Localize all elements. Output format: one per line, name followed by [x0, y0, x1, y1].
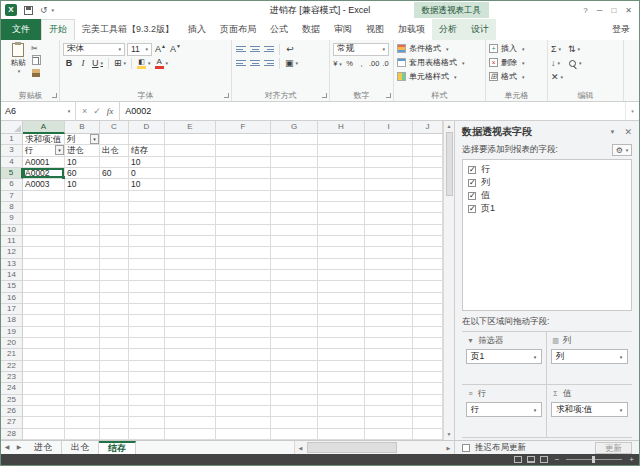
- zoom-slider[interactable]: [566, 459, 622, 460]
- cell-J7[interactable]: [413, 191, 443, 202]
- cell-dropdown-icon[interactable]: ▾: [55, 145, 64, 155]
- cell-B19[interactable]: [65, 327, 100, 338]
- cell-B16[interactable]: [65, 293, 100, 304]
- cell-G19[interactable]: [271, 327, 318, 338]
- cell-F13[interactable]: [216, 259, 271, 270]
- cell-F1[interactable]: [216, 134, 271, 145]
- cell-H8[interactable]: [318, 202, 365, 213]
- cell-I26[interactable]: [365, 406, 413, 417]
- cell-E1[interactable]: [165, 134, 216, 145]
- vertical-scroll-thumb[interactable]: [446, 132, 453, 196]
- cell-G10[interactable]: [271, 225, 318, 236]
- conditional-formatting-button[interactable]: 条件格式▾: [397, 42, 482, 55]
- cell-F17[interactable]: [216, 304, 271, 315]
- clear-button[interactable]: ✕▾: [551, 71, 563, 83]
- cell-I10[interactable]: [365, 225, 413, 236]
- field-checkbox-页1[interactable]: ✓: [468, 205, 476, 213]
- cell-G21[interactable]: [271, 349, 318, 360]
- cell-D5[interactable]: 0: [129, 168, 165, 179]
- sheet-tab-出仓[interactable]: 出仓: [62, 441, 99, 454]
- cell-I19[interactable]: [365, 327, 413, 338]
- cell-G8[interactable]: [271, 202, 318, 213]
- cell-I20[interactable]: [365, 338, 413, 349]
- cell-J23[interactable]: [413, 372, 443, 383]
- cell-G18[interactable]: [271, 315, 318, 326]
- row-header-21[interactable]: 21: [1, 349, 23, 360]
- cell-F19[interactable]: [216, 327, 271, 338]
- cell-C12[interactable]: [100, 247, 129, 258]
- row-header-5[interactable]: 5: [1, 168, 23, 179]
- cell-F24[interactable]: [216, 383, 271, 394]
- number-format-select[interactable]: 常规▾: [333, 43, 389, 56]
- cell-F10[interactable]: [216, 225, 271, 236]
- cell-F16[interactable]: [216, 293, 271, 304]
- align-left-icon[interactable]: [235, 58, 247, 68]
- ribbon-tab-页面布局[interactable]: 页面布局: [213, 19, 263, 40]
- name-box-dropdown-icon[interactable]: ▾: [63, 102, 76, 120]
- ribbon-tab-数据[interactable]: 数据: [295, 19, 327, 40]
- cell-D13[interactable]: [129, 259, 165, 270]
- cell-E21[interactable]: [165, 349, 216, 360]
- cell-C16[interactable]: [100, 293, 129, 304]
- delete-cells-button[interactable]: ×删除▾: [489, 56, 544, 69]
- cell-C9[interactable]: [100, 213, 129, 224]
- cell-D23[interactable]: [129, 372, 165, 383]
- field-checkbox-列[interactable]: ✓: [468, 179, 476, 187]
- zoom-out-icon[interactable]: −: [555, 455, 560, 465]
- font-size-select[interactable]: 11▾: [127, 43, 152, 56]
- cell-J1[interactable]: [413, 134, 443, 145]
- cell-I18[interactable]: [365, 315, 413, 326]
- cell-H27[interactable]: [318, 417, 365, 428]
- cut-icon[interactable]: ✂: [31, 44, 40, 53]
- horizontal-scroll-thumb[interactable]: [307, 442, 397, 453]
- cell-A26[interactable]: [23, 406, 65, 417]
- cell-E24[interactable]: [165, 383, 216, 394]
- cell-A25[interactable]: [23, 395, 65, 406]
- ribbon-tab-文件[interactable]: 文件: [1, 19, 41, 40]
- cell-I5[interactable]: [365, 168, 413, 179]
- cell-E22[interactable]: [165, 361, 216, 372]
- update-button[interactable]: 更新: [595, 442, 632, 454]
- cell-B26[interactable]: [65, 406, 100, 417]
- cell-H19[interactable]: [318, 327, 365, 338]
- row-header-23[interactable]: 23: [1, 372, 23, 383]
- values-field-pill[interactable]: 求和项:值▾: [551, 402, 628, 417]
- cell-G26[interactable]: [271, 406, 318, 417]
- cell-A10[interactable]: [23, 225, 65, 236]
- row-header-20[interactable]: 20: [1, 338, 23, 349]
- cell-G3[interactable]: [271, 145, 318, 156]
- cell-A5[interactable]: A0002: [23, 168, 65, 179]
- close-icon[interactable]: ✕: [625, 6, 632, 15]
- row-header-19[interactable]: 19: [1, 327, 23, 338]
- format-painter-icon[interactable]: [31, 68, 40, 77]
- cell-G17[interactable]: [271, 304, 318, 315]
- row-header-27[interactable]: 27: [1, 417, 23, 428]
- cell-C10[interactable]: [100, 225, 129, 236]
- cell-J25[interactable]: [413, 395, 443, 406]
- cell-D1[interactable]: [129, 134, 165, 145]
- ribbon-tab-插入[interactable]: 插入: [181, 19, 213, 40]
- cell-J8[interactable]: [413, 202, 443, 213]
- cell-A24[interactable]: [23, 383, 65, 394]
- cell-I3[interactable]: [365, 145, 413, 156]
- zoom-slider-thumb[interactable]: [592, 456, 595, 463]
- format-cells-button[interactable]: ⊞格式▾: [489, 70, 544, 83]
- cell-D27[interactable]: [129, 417, 165, 428]
- save-icon[interactable]: [24, 6, 33, 15]
- cell-C5[interactable]: 60: [100, 168, 129, 179]
- cell-H10[interactable]: [318, 225, 365, 236]
- cell-E7[interactable]: [165, 191, 216, 202]
- clipboard-dialog-launcher-icon[interactable]: [52, 93, 57, 98]
- rows-area[interactable]: ≡行 行▾: [462, 385, 547, 438]
- field-checkbox-行[interactable]: ✓: [468, 166, 476, 174]
- row-header-10[interactable]: 10: [1, 225, 23, 236]
- cell-B18[interactable]: [65, 315, 100, 326]
- columns-field-pill[interactable]: 列▾: [551, 349, 628, 364]
- cell-styles-button[interactable]: 单元格样式▾: [397, 70, 482, 83]
- cell-G25[interactable]: [271, 395, 318, 406]
- minimize-icon[interactable]: ─: [597, 6, 603, 15]
- field-list-tools-icon[interactable]: ⚙▾: [612, 144, 632, 156]
- cell-D17[interactable]: [129, 304, 165, 315]
- cell-J11[interactable]: [413, 236, 443, 247]
- cell-G12[interactable]: [271, 247, 318, 258]
